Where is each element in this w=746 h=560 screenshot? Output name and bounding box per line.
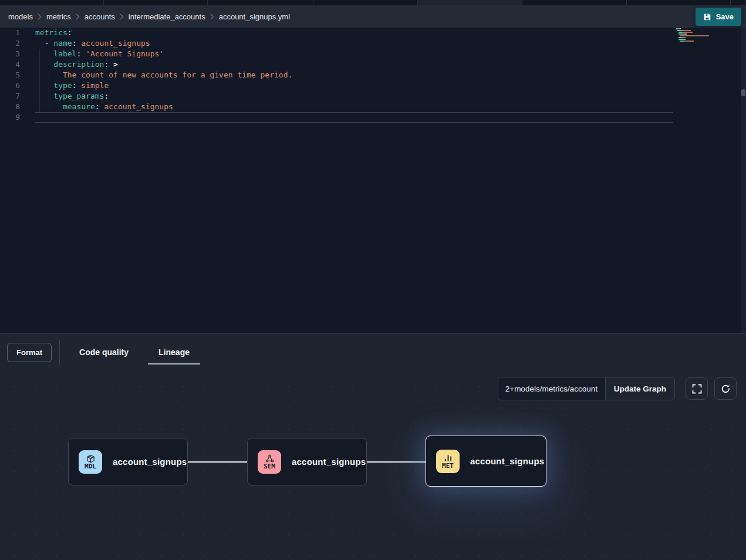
- code-line[interactable]: 8 measure: account_signups: [0, 102, 746, 112]
- code-line[interactable]: 7 type_params:: [0, 91, 746, 102]
- chevron-right-icon: [38, 14, 42, 20]
- code-text: The count of new accounts for a given ti…: [35, 70, 292, 80]
- line-number: 8: [0, 102, 20, 112]
- node-badge-mdl: MDL: [79, 450, 102, 474]
- node-badge-sem: SEM: [258, 450, 281, 474]
- code-text: type: simple: [35, 80, 109, 91]
- window-tab[interactable]: [313, 0, 418, 5]
- panel-tab-bar: Format Code qualityLineage: [0, 334, 746, 370]
- save-button[interactable]: Save: [696, 8, 741, 26]
- badge-label: MDL: [85, 463, 96, 470]
- code-line[interactable]: 3 label: 'Account Signups': [0, 49, 746, 59]
- line-number: 9: [0, 112, 20, 123]
- lineage-node-met[interactable]: METaccount_signups: [426, 436, 546, 487]
- code-line[interactable]: 9: [0, 112, 746, 123]
- node-badge-met: MET: [436, 450, 460, 473]
- format-button[interactable]: Format: [7, 343, 52, 362]
- cube-icon: [86, 454, 95, 463]
- save-icon: [703, 13, 711, 21]
- window-tab[interactable]: [418, 0, 522, 5]
- breadcrumb-item[interactable]: intermediate_accounts: [129, 12, 205, 21]
- code-line[interactable]: 4 description: >: [0, 59, 746, 70]
- lineage-selector-input[interactable]: [498, 377, 605, 400]
- selector-group: Update Graph: [498, 377, 675, 400]
- active-line-highlight: [35, 112, 673, 123]
- line-number: 2: [0, 38, 20, 49]
- code-line[interactable]: 2 - name: account_signups: [0, 38, 746, 49]
- chevron-right-icon: [76, 14, 80, 20]
- refresh-icon: [721, 384, 731, 394]
- code-text: label: 'Account Signups': [35, 49, 164, 59]
- code-line[interactable]: 5 The count of new accounts for a given …: [0, 70, 746, 80]
- window-tab[interactable]: [0, 0, 104, 5]
- bottom-panel: MDLaccount_signupsSEMaccount_signupsMETa…: [0, 333, 746, 560]
- editor-scrollbar[interactable]: [741, 28, 746, 333]
- chevron-right-icon: [120, 14, 124, 20]
- breadcrumb-item[interactable]: metrics: [46, 12, 71, 21]
- breadcrumb-item[interactable]: models: [8, 12, 33, 21]
- line-number: 6: [0, 80, 20, 91]
- fullscreen-button[interactable]: [686, 377, 708, 400]
- line-number: 5: [0, 70, 20, 80]
- breadcrumb-item[interactable]: accounts: [85, 12, 115, 21]
- code-line[interactable]: 6 type: simple: [0, 80, 746, 91]
- save-button-label: Save: [716, 12, 734, 21]
- indent-guide: [49, 70, 49, 112]
- line-number: 4: [0, 59, 20, 70]
- lineage-node-mdl[interactable]: MDLaccount_signups: [68, 438, 188, 485]
- badge-label: MET: [442, 463, 454, 470]
- tab-lineage[interactable]: Lineage: [148, 334, 200, 370]
- fullscreen-icon: [692, 384, 702, 394]
- lineage-edge: [367, 461, 426, 463]
- update-graph-button[interactable]: Update Graph: [605, 377, 674, 400]
- node-name: account_signups: [470, 456, 544, 466]
- window-tab[interactable]: [104, 0, 208, 5]
- window-tab[interactable]: [731, 0, 746, 5]
- code-text: measure: account_signups: [35, 102, 173, 112]
- breadcrumb-item[interactable]: account_signups.yml: [219, 12, 290, 21]
- window-tab[interactable]: [208, 0, 313, 5]
- lineage-edge: [188, 461, 247, 463]
- breadcrumb: modelsmetricsaccountsintermediate_accoun…: [0, 5, 746, 28]
- lineage-node-sem[interactable]: SEMaccount_signups: [247, 438, 367, 485]
- window-tab[interactable]: [627, 0, 731, 5]
- minimap[interactable]: [673, 28, 738, 44]
- code-text: metrics:: [35, 28, 72, 38]
- line-number: 1: [0, 28, 20, 38]
- node-name: account_signups: [113, 457, 187, 467]
- tab-code-quality[interactable]: Code quality: [69, 334, 139, 370]
- bar-chart-icon: [444, 454, 453, 463]
- line-number: 3: [0, 49, 20, 59]
- code-line[interactable]: 1metrics:: [0, 28, 746, 38]
- chevron-right-icon: [210, 14, 214, 20]
- code-text: - name: account_signups: [35, 38, 150, 49]
- refresh-button[interactable]: [714, 377, 737, 400]
- lineage-controls: Update Graph: [498, 377, 737, 400]
- line-number: 7: [0, 91, 20, 102]
- ide-window: modelsmetricsaccountsintermediate_accoun…: [0, 0, 746, 560]
- scrollbar-thumb[interactable]: [741, 89, 745, 96]
- code-text: type_params:: [35, 91, 109, 102]
- share-network-icon: [265, 454, 274, 463]
- badge-label: SEM: [264, 463, 275, 470]
- code-text: description: >: [35, 59, 118, 70]
- code-editor[interactable]: 1metrics:2 - name: account_signups3 labe…: [0, 28, 746, 333]
- node-name: account_signups: [292, 457, 366, 467]
- window-tab-strip: [0, 0, 746, 5]
- indent-guide: [39, 49, 40, 112]
- window-tab[interactable]: [522, 0, 627, 5]
